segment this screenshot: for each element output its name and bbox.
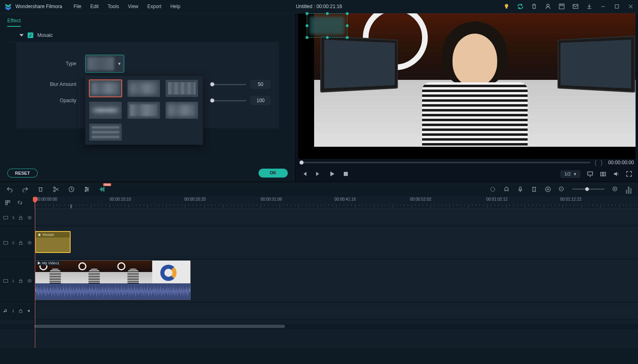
timeline-levels-icon[interactable]: [626, 185, 632, 194]
lock-icon[interactable]: [18, 308, 23, 313]
svg-rect-18: [101, 187, 102, 191]
stop-icon[interactable]: [343, 171, 349, 177]
mail-icon[interactable]: [572, 3, 579, 10]
snapshot-icon[interactable]: [600, 171, 606, 177]
zoom-out-icon[interactable]: [558, 186, 565, 193]
eye-icon[interactable]: [27, 215, 32, 220]
zoom-in-icon[interactable]: [612, 186, 619, 193]
video-clip[interactable]: My Video1: [35, 260, 191, 300]
eye-icon[interactable]: [27, 240, 32, 245]
music-icon: [3, 308, 8, 313]
mosaic-type-option-7[interactable]: [89, 124, 122, 141]
speaker-icon[interactable]: [27, 308, 32, 313]
adjust-icon[interactable]: [84, 186, 90, 193]
fullscreen-icon[interactable]: [626, 171, 632, 177]
menu-help[interactable]: Help: [170, 4, 181, 9]
svg-rect-6: [615, 5, 619, 9]
prev-frame-icon[interactable]: [301, 171, 308, 177]
timeline-zoom-slider[interactable]: [572, 188, 605, 190]
collapse-icon[interactable]: [19, 34, 24, 36]
download-icon[interactable]: [586, 3, 593, 10]
timeline: 00:00:00:00 00:00:10:10 00:00:20:20 00:0…: [0, 196, 638, 348]
eye-icon[interactable]: [27, 278, 32, 283]
svg-rect-35: [4, 279, 8, 282]
ruler-tick-7: 00:01:12:22: [560, 197, 582, 201]
timeline-ruler[interactable]: 00:00:00:00 00:00:10:10 00:00:20:20 00:0…: [34, 196, 638, 209]
menu-export[interactable]: Export: [147, 4, 162, 9]
menu-tools[interactable]: Tools: [108, 4, 119, 9]
blur-value[interactable]: 50: [250, 80, 271, 89]
marker-icon[interactable]: [503, 186, 510, 193]
svg-rect-19: [102, 188, 103, 191]
reset-button[interactable]: RESET: [7, 169, 38, 178]
mosaic-type-option-5[interactable]: [127, 102, 160, 119]
svg-rect-38: [19, 310, 22, 313]
close-icon[interactable]: [627, 3, 634, 10]
redo-icon[interactable]: [22, 186, 28, 193]
mosaic-type-option-2[interactable]: [127, 80, 160, 97]
svg-point-12: [54, 190, 55, 192]
mixer-icon[interactable]: [531, 186, 537, 193]
delete-icon[interactable]: [37, 186, 44, 193]
mark-out-icon[interactable]: }: [601, 159, 603, 166]
audio-track-gutter: 1: [0, 302, 34, 319]
next-frame-icon[interactable]: [315, 171, 321, 177]
menu-view[interactable]: View: [128, 4, 138, 9]
split-icon[interactable]: [53, 186, 59, 193]
lock-icon[interactable]: [18, 240, 23, 245]
maximize-icon[interactable]: [614, 3, 620, 10]
menu-edit[interactable]: Edit: [91, 4, 99, 9]
volume-icon[interactable]: [613, 171, 619, 177]
type-dropdown[interactable]: ▾: [85, 55, 124, 73]
mosaic-type-option-1[interactable]: [89, 80, 122, 97]
mosaic-type-option-4[interactable]: [89, 102, 122, 119]
link-icon[interactable]: [17, 200, 23, 206]
track-1-gutter: 1: [0, 259, 34, 302]
effect-tab[interactable]: Effect: [7, 17, 21, 27]
lock-icon[interactable]: [18, 215, 23, 220]
mosaic-clip[interactable]: Mosaic: [35, 231, 71, 253]
lock-icon[interactable]: [18, 278, 23, 283]
audio-adjust-icon[interactable]: Beta: [99, 186, 106, 193]
preview-canvas[interactable]: [298, 13, 636, 159]
timeline-scrollbar[interactable]: [0, 323, 638, 329]
undo-icon[interactable]: [6, 186, 13, 193]
opacity-value[interactable]: 100: [250, 96, 271, 105]
save-icon[interactable]: [558, 3, 565, 10]
minimize-icon[interactable]: [600, 3, 606, 10]
svg-rect-33: [19, 242, 22, 244]
voice-icon[interactable]: [517, 186, 524, 193]
menu-file[interactable]: File: [73, 4, 81, 9]
playhead[interactable]: [35, 196, 35, 348]
render-icon[interactable]: [545, 186, 551, 193]
display-icon[interactable]: [587, 171, 593, 177]
svg-rect-1: [506, 7, 507, 9]
track-2-gutter: 2: [0, 226, 34, 259]
play-icon[interactable]: [329, 171, 335, 177]
color-icon[interactable]: [489, 186, 496, 193]
svg-point-21: [491, 187, 495, 191]
trash-icon[interactable]: [531, 3, 537, 10]
sync-icon[interactable]: [517, 3, 524, 10]
mosaic-enable-checkbox[interactable]: ✓: [28, 32, 33, 38]
preview-scrubber[interactable]: [300, 162, 591, 163]
preview-zoom-select[interactable]: 1/2▾: [560, 170, 580, 178]
mosaic-type-option-3[interactable]: [166, 80, 198, 97]
ok-button[interactable]: OK: [259, 169, 288, 178]
timeline-layout-icon[interactable]: [5, 200, 11, 206]
mark-in-icon[interactable]: {: [595, 159, 597, 166]
trim-range[interactable]: [35, 204, 71, 208]
svg-point-15: [87, 188, 88, 190]
lightbulb-icon[interactable]: [503, 3, 510, 10]
opacity-slider[interactable]: [211, 100, 246, 101]
ruler-tick-0: 00:00:00:00: [36, 197, 57, 201]
svg-rect-29: [4, 216, 8, 219]
user-icon[interactable]: [545, 3, 551, 10]
mosaic-overlay-selection[interactable]: [307, 13, 347, 38]
svg-point-16: [85, 190, 86, 191]
chevron-down-icon: ▾: [116, 61, 122, 66]
speed-icon[interactable]: [68, 186, 75, 193]
blur-label: Blur Amount: [24, 81, 85, 87]
mosaic-type-option-6[interactable]: [166, 102, 198, 119]
blur-slider[interactable]: [211, 84, 246, 85]
